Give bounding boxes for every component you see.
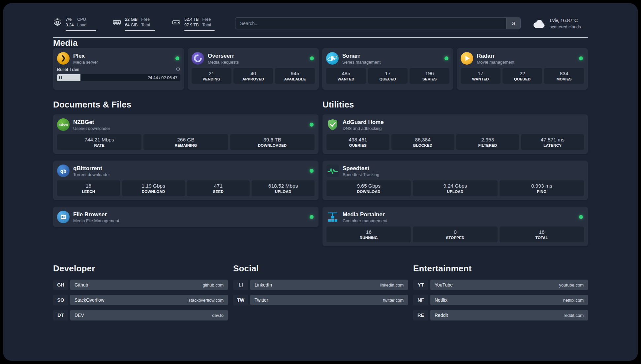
memory-free: 22 GiB — [125, 17, 137, 22]
playback-progress-bar[interactable]: 24:44 / 02:06:47 — [57, 74, 180, 81]
stat-label: SEED — [213, 190, 224, 194]
speedtest-icon — [326, 165, 339, 177]
stat-label: QUEUED — [380, 77, 396, 81]
bookmark-name: YouTube — [435, 282, 453, 288]
stat-value: 618.52 Mbps — [268, 183, 298, 189]
bookmark-url: github.com — [202, 283, 224, 288]
stat-value: 40 — [250, 71, 256, 76]
app-title: Speedtest — [343, 165, 379, 172]
stat-label: REMAINING — [175, 143, 197, 147]
card-filebrowser[interactable]: File Browser Media File Management — [53, 207, 319, 227]
now-playing-title: Bullet Train — [57, 67, 79, 72]
stat-tile: 22 QUEUED — [503, 68, 542, 84]
app-title: qBittorrent — [73, 165, 110, 172]
bookmark-abbr: LI — [233, 280, 248, 290]
stat-label: FILTERED — [478, 143, 497, 147]
stat-label: TOTAL — [535, 236, 548, 240]
bookmark-name: Reddit — [435, 313, 448, 318]
search-engine-button[interactable]: G — [506, 18, 520, 29]
stat-tile: 0 STOPPED — [413, 227, 497, 242]
status-dot — [444, 56, 448, 60]
bookmark-github[interactable]: GH Github github.com — [53, 280, 228, 290]
bookmark-abbr: SO — [53, 295, 68, 305]
stat-label: RUNNING — [360, 236, 378, 240]
cpu-chip-icon — [53, 18, 62, 27]
stat-value: 471 — [214, 183, 223, 189]
stat-tile: 945 AVAILABLE — [275, 68, 315, 84]
bookmark-stackoverflow[interactable]: SO StackOverflow stackoverflow.com — [53, 295, 228, 305]
card-speedtest[interactable]: Speedtest Speedtest Tracking 9.65 Gbps D… — [322, 161, 588, 200]
card-sonarr[interactable]: Sonarr Series management 485 WANTED 17 Q… — [322, 48, 453, 90]
stat-value: 0 — [454, 229, 457, 235]
bookmark-url: stackoverflow.com — [189, 298, 224, 303]
stat-value: 16 — [86, 183, 91, 189]
playback-time: 24:44 / 02:06:47 — [148, 76, 180, 80]
app-title: Radarr — [477, 52, 514, 59]
stat-value: 17 — [478, 71, 483, 76]
card-plex[interactable]: ❯ Plex Media server Bullet Train ⚙ 24:44… — [53, 48, 184, 90]
status-dot — [310, 169, 314, 173]
bookmark-dev[interactable]: DT DEV dev.to — [53, 310, 228, 320]
search-bar[interactable]: G — [235, 17, 521, 29]
bookmark-netflix[interactable]: NF Netflix netflix.com — [413, 295, 588, 305]
stat-label: SERIES — [422, 77, 437, 81]
stat-label: AVAILABLE — [284, 77, 306, 81]
bookmark-twitter[interactable]: TW Twitter twitter.com — [233, 295, 408, 305]
stat-label: STOPPED — [446, 236, 464, 240]
portainer-icon — [326, 211, 339, 223]
memory-usage-fill — [125, 30, 155, 32]
stat-tile: 16 LEECH — [57, 180, 120, 196]
stat-tile: 40 APPROVED — [233, 68, 273, 84]
card-adguard[interactable]: AdGuard Home DNS and adblocking 498,461 … — [322, 114, 588, 154]
stat-value: 21 — [209, 71, 214, 76]
search-input[interactable] — [235, 18, 506, 29]
pause-icon[interactable] — [59, 76, 62, 79]
card-nzbget[interactable]: nzbget NZBGet Usenet downloader 744.21 M… — [53, 114, 319, 154]
stat-tile: 196 SERIES — [410, 68, 449, 84]
app-subtitle: DNS and adblocking — [343, 126, 384, 131]
media-card-grid: ❯ Plex Media server Bullet Train ⚙ 24:44… — [53, 48, 588, 90]
stat-value: 485 — [342, 71, 350, 76]
stat-tile: 485 WANTED — [326, 68, 366, 84]
plex-chevron-glyph: ❯ — [61, 55, 66, 61]
app-title: File Browser — [73, 211, 119, 218]
bookmark-abbr: RE — [413, 310, 428, 320]
utilities-column: Utilities — [322, 100, 588, 246]
cpu-widget: 7% 3.24 CPU Load — [53, 17, 96, 31]
plex-icon: ❯ — [57, 52, 70, 65]
bookmark-youtube[interactable]: YT YouTube youtube.com — [413, 280, 588, 290]
app-title: AdGuard Home — [343, 119, 384, 126]
disk-label-2: Total — [202, 22, 211, 28]
status-dot — [310, 123, 314, 127]
status-dot — [579, 56, 583, 60]
card-overseerr[interactable]: Overseerr Media Requests 21 PENDING 40 A… — [188, 48, 319, 90]
bookmark-url: linkedin.com — [380, 283, 404, 288]
status-dot — [175, 56, 179, 60]
app-subtitle: Container management — [343, 218, 387, 223]
bookmark-abbr: YT — [413, 280, 428, 290]
nzbget-icon: nzbget — [57, 118, 70, 131]
card-qbittorrent[interactable]: qb qBittorrent Torrent downloader 16 LEE… — [53, 161, 319, 200]
bookmark-name: Netflix — [435, 297, 447, 303]
app-subtitle: Media server — [73, 60, 98, 65]
app-subtitle: Speedtest Tracking — [343, 172, 379, 177]
app-subtitle: Media Requests — [208, 60, 239, 65]
stat-value: 834 — [560, 71, 568, 76]
stat-tile: 834 MOVIES — [544, 68, 584, 84]
stat-tile: 2,953 FILTERED — [456, 134, 519, 150]
memory-widget: 22 GiB 64 GiB Free Total — [112, 17, 155, 31]
stat-label: BLOCKED — [413, 143, 432, 147]
stat-value: 16 — [539, 229, 544, 235]
bookmark-name: DEV — [75, 313, 84, 318]
card-radarr[interactable]: Radarr Movie management 17 WANTED 22 QUE… — [457, 48, 588, 90]
bookmark-reddit[interactable]: RE Reddit reddit.com — [413, 310, 588, 320]
section-title-documents: Documents & Files — [53, 100, 319, 110]
gear-icon[interactable]: ⚙ — [176, 67, 180, 72]
stat-tile: 16 RUNNING — [326, 227, 411, 242]
bookmark-linkedin[interactable]: LI LinkedIn linkedin.com — [233, 280, 408, 290]
stat-label: QUEUED — [514, 77, 531, 81]
card-portainer[interactable]: Media Portainer Container management 16 … — [322, 207, 588, 246]
bookmark-url: twitter.com — [383, 298, 404, 303]
section-title-entertainment: Entertainment — [413, 263, 588, 274]
weather-widget: Lviv, 16.87°C scattered clouds — [532, 17, 588, 30]
